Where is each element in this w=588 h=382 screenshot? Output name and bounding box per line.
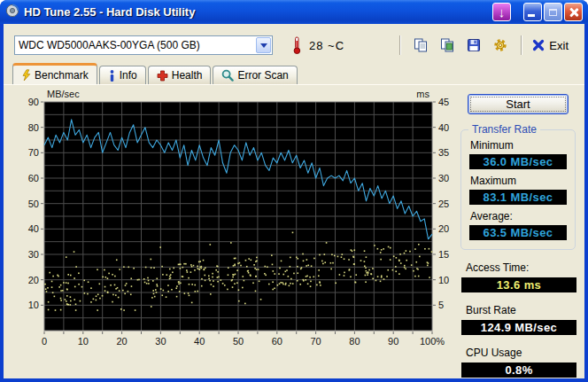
maximize-button[interactable]	[544, 3, 562, 21]
tab-health-label: Health	[172, 69, 203, 82]
svg-text:10: 10	[78, 336, 89, 347]
temperature-indicator: 28 ~C	[292, 36, 344, 54]
health-cross-icon	[157, 70, 168, 82]
save-button[interactable]	[463, 35, 484, 56]
svg-text:60: 60	[272, 336, 282, 347]
svg-text:30: 30	[438, 173, 449, 183]
svg-text:15: 15	[438, 249, 449, 260]
minimum-label: Minimum	[470, 139, 567, 152]
exit-x-icon	[532, 39, 545, 51]
svg-text:0: 0	[42, 336, 47, 347]
copy-icon	[414, 38, 428, 52]
start-button[interactable]: Start	[468, 94, 569, 114]
svg-text:20: 20	[116, 336, 127, 347]
svg-text:5: 5	[438, 300, 444, 310]
save-icon	[467, 38, 481, 52]
close-icon	[569, 7, 579, 18]
tab-error-scan[interactable]: Error Scan	[213, 66, 297, 84]
svg-text:90: 90	[388, 336, 398, 347]
tab-health[interactable]: Health	[148, 66, 212, 84]
down-arrow-icon: ↓	[499, 5, 506, 19]
tab-strip: Benchmark Info Health Error Scan	[4, 61, 584, 84]
benchmark-lightning-icon	[21, 69, 31, 82]
average-value: 63.5 MB/sec	[469, 225, 567, 240]
close-button[interactable]	[564, 3, 583, 21]
svg-text:100%: 100%	[420, 336, 445, 347]
benchmark-chart: MB/secms10203040506070809051015202530354…	[9, 88, 453, 378]
svg-text:50: 50	[28, 199, 39, 209]
info-icon	[108, 70, 116, 82]
svg-text:10: 10	[28, 300, 39, 310]
maximize-icon	[549, 9, 557, 16]
options-gear-icon	[493, 38, 507, 52]
svg-text:30: 30	[155, 336, 166, 347]
tab-info-label: Info	[120, 69, 137, 82]
svg-text:80: 80	[349, 336, 360, 347]
maximum-value: 83.1 MB/sec	[469, 190, 567, 205]
svg-text:40: 40	[194, 336, 205, 347]
svg-text:70: 70	[310, 336, 321, 347]
toolbar: WDC WD5000AAKS-00YGA (500 GB) 28 ~C	[4, 24, 584, 61]
svg-text:MB/sec: MB/sec	[47, 89, 80, 99]
burst-rate-label: Burst Rate	[466, 304, 576, 316]
maximum-label: Maximum	[470, 175, 567, 187]
minimize-button[interactable]	[523, 3, 542, 21]
tab-error-scan-label: Error Scan	[237, 69, 288, 82]
svg-text:35: 35	[438, 147, 449, 158]
exit-label: Exit	[549, 39, 569, 52]
download-arrow-button[interactable]: ↓	[492, 3, 511, 21]
drive-select-value: WDC WD5000AAKS-00YGA (500 GB)	[19, 39, 255, 51]
tab-benchmark[interactable]: Benchmark	[12, 63, 97, 84]
combo-dropdown-button[interactable]	[256, 37, 271, 53]
minimum-value: 36.0 MB/sec	[469, 154, 567, 169]
transfer-rate-group-title: Transfer Rate	[468, 123, 540, 136]
benchmark-plot: MB/secms10203040506070809051015202530354…	[9, 88, 452, 350]
titlebar[interactable]: HD Tune 2.55 - Hard Disk Utility ↓	[0, 0, 588, 24]
tab-benchmark-label: Benchmark	[35, 69, 89, 82]
app-window: HD Tune 2.55 - Hard Disk Utility ↓ WDC W…	[0, 0, 588, 382]
svg-text:60: 60	[28, 173, 39, 183]
svg-text:30: 30	[28, 249, 39, 260]
copy-screenshot-icon	[440, 38, 454, 52]
burst-rate-value: 124.9 MB/sec	[461, 320, 576, 335]
toolbar-separator	[399, 35, 400, 55]
svg-text:10: 10	[438, 275, 449, 285]
exit-button[interactable]: Exit	[532, 39, 569, 52]
svg-text:80: 80	[28, 122, 39, 133]
access-time-label: Access Time:	[466, 261, 576, 274]
svg-text:40: 40	[28, 223, 39, 234]
svg-text:90: 90	[28, 97, 39, 107]
transfer-rate-group: Transfer Rate Minimum 36.0 MB/sec Maximu…	[460, 129, 576, 250]
svg-text:40: 40	[438, 122, 449, 133]
copy-button[interactable]	[410, 35, 431, 56]
copy-screenshot-button[interactable]	[437, 35, 458, 56]
benchmark-page: MB/secms10203040506070809051015202530354…	[4, 84, 584, 378]
svg-text:45: 45	[438, 97, 449, 107]
tab-info[interactable]: Info	[99, 66, 146, 84]
cpu-usage-value: 0.8%	[461, 363, 576, 378]
window-title: HD Tune 2.55 - Hard Disk Utility	[24, 5, 491, 19]
drive-select[interactable]: WDC WD5000AAKS-00YGA (500 GB)	[14, 35, 273, 55]
svg-text:70: 70	[28, 147, 39, 158]
window-body: WDC WD5000AAKS-00YGA (500 GB) 28 ~C	[4, 24, 584, 378]
app-icon	[5, 4, 19, 21]
access-time-value: 13.6 ms	[461, 277, 576, 292]
average-label: Average:	[470, 210, 567, 222]
cpu-usage-label: CPU Usage	[466, 347, 576, 359]
minimize-icon	[528, 14, 535, 17]
svg-text:25: 25	[438, 199, 449, 209]
svg-text:20: 20	[438, 223, 449, 234]
results-panel: Start Transfer Rate Minimum 36.0 MB/sec …	[457, 88, 579, 378]
options-button[interactable]	[490, 35, 511, 56]
svg-text:20: 20	[28, 275, 39, 285]
error-scan-magnifier-icon	[221, 69, 234, 82]
thermometer-icon	[292, 36, 302, 54]
temperature-value: 28 ~C	[309, 39, 344, 52]
toolbar-separator	[521, 35, 522, 55]
chevron-down-icon	[260, 43, 267, 48]
svg-text:ms: ms	[416, 89, 429, 99]
svg-text:50: 50	[233, 336, 244, 347]
